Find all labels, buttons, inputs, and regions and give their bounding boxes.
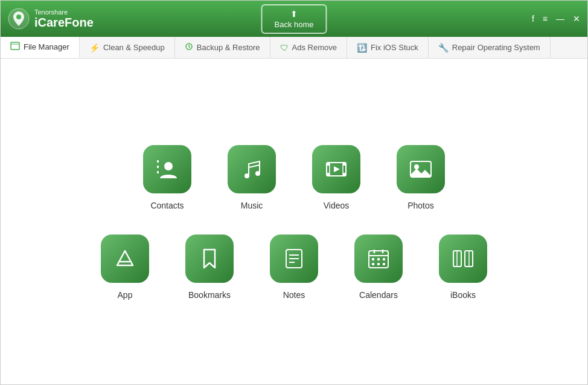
- photos-icon-box: [397, 145, 445, 193]
- notes-icon-box: [270, 235, 318, 283]
- back-home-button[interactable]: ⬆ Back home: [261, 4, 327, 34]
- bookmarks-icon: [197, 246, 222, 271]
- file-manager-icon: [10, 41, 20, 53]
- svg-point-1: [16, 15, 21, 19]
- svg-point-8: [164, 162, 173, 170]
- svg-rect-2: [11, 42, 19, 50]
- videos-icon-box: [312, 145, 360, 193]
- svg-rect-32: [377, 258, 380, 260]
- window-controls: f ≡ — ✕: [532, 14, 580, 24]
- tab-repair-os-label: Repair Operating System: [452, 43, 540, 52]
- calendars-label: Calendars: [359, 290, 398, 300]
- app-label: App: [118, 290, 133, 300]
- tab-file-manager[interactable]: File Manager: [1, 37, 80, 58]
- tab-file-manager-label: File Manager: [24, 42, 69, 51]
- music-item[interactable]: Music: [228, 145, 276, 210]
- tab-repair-os[interactable]: 🔧 Repair Operating System: [429, 37, 551, 58]
- videos-icon: [324, 157, 349, 182]
- close-button[interactable]: ✕: [573, 14, 580, 24]
- svg-marker-19: [334, 166, 340, 172]
- app-item[interactable]: App: [101, 235, 149, 300]
- app-name: iCareFone: [34, 16, 94, 29]
- tab-clean-speedup[interactable]: ⚡ Clean & Speedup: [80, 37, 175, 58]
- app-name-area: Tenorshare iCareFone: [34, 8, 94, 29]
- notes-icon: [281, 246, 307, 271]
- main-content: Contacts Music: [1, 59, 587, 385]
- svg-rect-31: [372, 258, 374, 260]
- svg-rect-36: [383, 263, 385, 265]
- ibooks-icon: [450, 246, 476, 271]
- back-home-label: Back home: [274, 20, 313, 29]
- app-icon-box: [101, 235, 149, 283]
- svg-rect-33: [383, 258, 385, 260]
- svg-rect-35: [377, 263, 380, 265]
- photos-label: Photos: [407, 201, 434, 210]
- videos-item[interactable]: Videos: [312, 145, 360, 210]
- videos-label: Videos: [324, 201, 350, 210]
- logo-area: Tenorshare iCareFone: [8, 8, 94, 30]
- svg-rect-6: [157, 166, 159, 168]
- tab-ads-remove[interactable]: 🛡 Ads Remove: [270, 37, 347, 58]
- bookmarks-item[interactable]: Bookmarks: [185, 235, 234, 300]
- svg-point-10: [255, 171, 260, 176]
- menu-button[interactable]: ≡: [543, 14, 548, 24]
- company-name: Tenorshare: [34, 8, 94, 16]
- calendars-icon: [366, 246, 391, 271]
- facebook-button[interactable]: f: [532, 14, 534, 24]
- icon-row-1: Contacts Music: [143, 145, 445, 210]
- app-icon: [112, 246, 138, 271]
- svg-line-11: [249, 165, 260, 167]
- ibooks-item[interactable]: iBooks: [439, 235, 487, 300]
- svg-point-9: [244, 173, 249, 178]
- ads-remove-icon: 🛡: [280, 43, 289, 53]
- fix-ios-stuck-icon: 🔃: [357, 43, 367, 53]
- backup-restore-icon: [185, 42, 193, 53]
- notes-label: Notes: [283, 290, 305, 300]
- svg-rect-7: [157, 171, 159, 173]
- bookmarks-label: Bookmarks: [188, 290, 231, 300]
- calendars-icon-box: [354, 235, 403, 283]
- contacts-icon-box: [143, 145, 191, 193]
- svg-rect-5: [157, 160, 159, 163]
- photos-icon: [408, 157, 433, 182]
- contacts-label: Contacts: [150, 201, 184, 210]
- tab-backup-restore-label: Backup & Restore: [197, 43, 260, 52]
- clean-speedup-icon: ⚡: [89, 43, 100, 53]
- music-label: Music: [241, 201, 263, 210]
- notes-item[interactable]: Notes: [270, 235, 318, 300]
- back-arrow-icon: ⬆: [290, 9, 298, 19]
- ibooks-icon-box: [439, 235, 487, 283]
- tab-ads-remove-label: Ads Remove: [292, 43, 337, 52]
- contacts-icon: [155, 157, 180, 182]
- icon-row-2: App Bookmarks Notes: [101, 235, 487, 300]
- svg-rect-34: [372, 263, 374, 265]
- app-logo-icon: [8, 8, 30, 30]
- contacts-item[interactable]: Contacts: [143, 145, 191, 210]
- ibooks-label: iBooks: [450, 290, 476, 300]
- tab-fix-ios-stuck-label: Fix iOS Stuck: [371, 43, 418, 52]
- repair-os-icon: 🔧: [438, 43, 449, 53]
- nav-tabs: File Manager ⚡ Clean & Speedup Backup & …: [1, 37, 587, 59]
- titlebar: Tenorshare iCareFone ⬆ Back home f ≡ — ✕: [1, 1, 587, 37]
- music-icon: [239, 157, 264, 182]
- photos-item[interactable]: Photos: [397, 145, 445, 210]
- tab-clean-speedup-label: Clean & Speedup: [103, 43, 165, 52]
- svg-point-21: [414, 164, 419, 169]
- minimize-button[interactable]: —: [556, 14, 564, 24]
- calendars-item[interactable]: Calendars: [354, 235, 403, 300]
- tab-backup-restore[interactable]: Backup & Restore: [175, 37, 270, 58]
- tab-fix-ios-stuck[interactable]: 🔃 Fix iOS Stuck: [347, 37, 429, 58]
- music-icon-box: [228, 145, 276, 193]
- bookmarks-icon-box: [185, 235, 234, 283]
